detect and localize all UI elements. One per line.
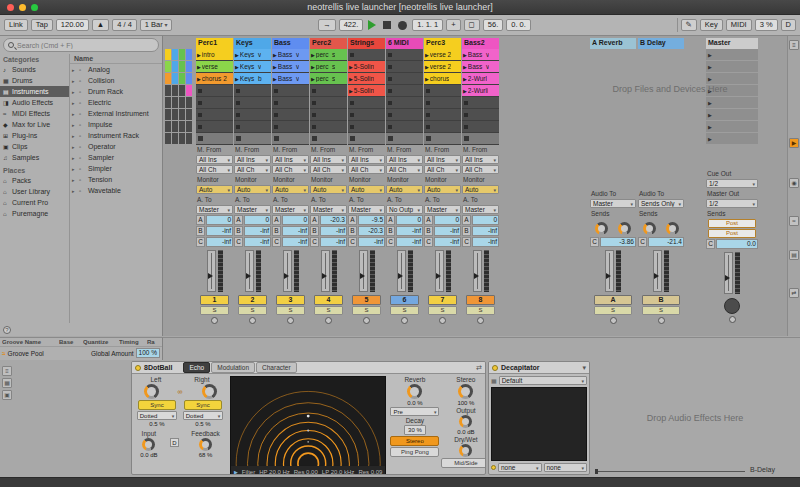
track-activator[interactable]: 8 — [466, 295, 495, 305]
monitor-mode[interactable]: Auto — [386, 185, 423, 194]
browser-item-tension[interactable]: ▸▫Tension — [70, 174, 162, 185]
output-gain-knob[interactable] — [459, 415, 472, 428]
folded-clip-slot[interactable] — [172, 121, 178, 132]
track-title[interactable]: Strings — [348, 38, 385, 49]
expand-icon[interactable]: ▸ — [72, 155, 77, 161]
expand-icon[interactable]: ▸ — [72, 89, 77, 95]
folded-clip-slot[interactable] — [165, 109, 171, 120]
loop-length-field[interactable]: 0. 0. — [506, 19, 531, 31]
master-out-chooser[interactable]: 1/2 — [706, 199, 758, 208]
stereo-mode-button[interactable]: Stereo — [390, 436, 439, 446]
send-b-value[interactable]: -inf — [206, 226, 233, 236]
ping-pong-mode-button[interactable]: Ping Pong — [390, 447, 439, 457]
quantization-menu[interactable]: 1 Bar — [140, 19, 173, 31]
output-gain-value[interactable]: 0.0 dB — [457, 429, 474, 435]
scene-slot[interactable]: ▶ — [706, 109, 758, 120]
input-route-chooser[interactable]: All Ins — [310, 155, 347, 164]
sidebar-item-current-pro[interactable]: ⌂Current Pro — [0, 197, 69, 208]
send-c-value[interactable]: -inf — [358, 237, 385, 247]
fader-handle[interactable] — [724, 252, 733, 294]
folded-clip-slot[interactable] — [165, 133, 171, 144]
input-gain-knob[interactable] — [142, 438, 155, 451]
minimize-window-button[interactable] — [19, 4, 26, 11]
clip-launch-icon[interactable]: ▶ — [349, 64, 353, 70]
track-activator[interactable]: 2 — [238, 295, 267, 305]
folded-clip-slot[interactable] — [179, 109, 185, 120]
scene-slot[interactable]: ▶ — [706, 49, 758, 60]
solo-button[interactable]: S — [466, 306, 495, 315]
device-activator-icon[interactable] — [135, 365, 141, 371]
send-a-knob[interactable] — [595, 222, 608, 235]
expand-view-icon[interactable]: ▣ — [2, 390, 12, 400]
clip[interactable]: ▶perc_s — [310, 73, 347, 84]
monitor-mode[interactable]: Auto — [272, 185, 309, 194]
scene-launch-icon[interactable]: ▶ — [708, 88, 712, 94]
send-b-value[interactable]: -inf — [282, 226, 309, 236]
scene-slot[interactable]: ▶ — [706, 85, 758, 96]
feedback-value[interactable]: 68 % — [199, 452, 213, 458]
dry-wet-knob[interactable] — [459, 444, 472, 457]
volume-fader[interactable] — [424, 248, 461, 294]
clip-launch-icon[interactable]: ▶ — [235, 52, 239, 58]
input-channel-chooser[interactable]: All Ch — [196, 165, 233, 174]
empty-clip-slot[interactable] — [386, 97, 423, 108]
info-icon[interactable]: ? — [3, 326, 11, 334]
mixer-section-toggle-icon[interactable]: ▤ — [789, 250, 799, 260]
folded-clip-slot[interactable] — [179, 61, 185, 72]
send-b-value[interactable]: -20.3 — [358, 226, 385, 236]
crossfader-section-toggle-icon[interactable]: ⇄ — [789, 288, 799, 298]
left-delay-knob[interactable] — [144, 384, 159, 399]
empty-clip-slot[interactable] — [310, 121, 347, 132]
empty-clip-slot[interactable] — [272, 97, 309, 108]
folded-clip-slot[interactable] — [186, 109, 192, 120]
sidebar-item-puremagne[interactable]: ⌂Puremagne — [0, 208, 69, 219]
empty-clip-slot[interactable] — [424, 85, 461, 96]
monitor-mode[interactable]: Auto — [234, 185, 271, 194]
empty-clip-slot[interactable] — [196, 97, 233, 108]
lp-frequency-value[interactable]: LP 20.0 kHz — [322, 469, 355, 475]
send-a-value[interactable]: 0 — [206, 215, 233, 225]
arm-button[interactable] — [477, 317, 484, 324]
folded-clip-slot[interactable] — [186, 133, 192, 144]
record-button[interactable] — [398, 21, 407, 30]
clip[interactable]: ▶chorus 2 — [196, 73, 233, 84]
clip-launch-icon[interactable]: ▶ — [311, 76, 315, 82]
empty-clip-slot[interactable] — [272, 121, 309, 132]
track-activator[interactable]: 4 — [314, 295, 343, 305]
clip-launch-icon[interactable]: ▶ — [425, 64, 429, 70]
scene-launch-icon[interactable]: ▶ — [708, 112, 712, 118]
empty-clip-slot[interactable] — [348, 121, 385, 132]
input-route-chooser[interactable]: All Ins — [386, 155, 423, 164]
sidebar-item-clips[interactable]: ▣Clips — [0, 141, 69, 152]
send-a-value[interactable]: 0 — [396, 215, 423, 225]
folded-clip-slot[interactable] — [186, 61, 192, 72]
scene-launch-icon[interactable]: ▶ — [708, 76, 712, 82]
search-input[interactable] — [17, 42, 154, 49]
scene-slot[interactable]: ▶ — [706, 121, 758, 132]
song-position-field[interactable]: 1. 1. 1 — [412, 19, 443, 31]
feedback-knob[interactable] — [199, 438, 212, 451]
track-activator[interactable]: 1 — [200, 295, 229, 305]
output-route-chooser[interactable]: Master — [310, 205, 347, 214]
reverb-value[interactable]: 0.0 % — [407, 400, 422, 406]
clip[interactable]: ▶intro — [196, 49, 233, 60]
expand-icon[interactable]: ▸ — [72, 144, 77, 150]
input-channel-chooser[interactable]: All Ch — [234, 165, 271, 174]
clip-launch-icon[interactable]: ▶ — [235, 64, 239, 70]
overview-toggle-icon[interactable]: ≡ — [789, 40, 799, 50]
sidebar-item-drums[interactable]: ▦Drums — [0, 75, 69, 86]
send-b-post-toggle[interactable]: Post — [708, 229, 756, 238]
clip[interactable]: ▶verse 2 — [424, 49, 461, 60]
send-a-post-toggle[interactable]: Post — [708, 219, 756, 228]
output-route-chooser[interactable]: Master — [590, 199, 636, 208]
send-b-knob[interactable] — [666, 222, 679, 235]
decay-value[interactable]: 30 % — [404, 425, 426, 435]
output-route-chooser[interactable]: Master — [196, 205, 233, 214]
send-a-value[interactable]: -20.3 — [320, 215, 347, 225]
clip-launch-icon[interactable]: ▶ — [463, 88, 467, 94]
device-view-icon[interactable]: ▦ — [2, 378, 12, 388]
clip[interactable]: ▶5-Solin — [348, 61, 385, 72]
send-b-value[interactable]: -inf — [244, 226, 271, 236]
expand-icon[interactable]: ▸ — [72, 177, 77, 183]
arm-button[interactable] — [325, 317, 332, 324]
